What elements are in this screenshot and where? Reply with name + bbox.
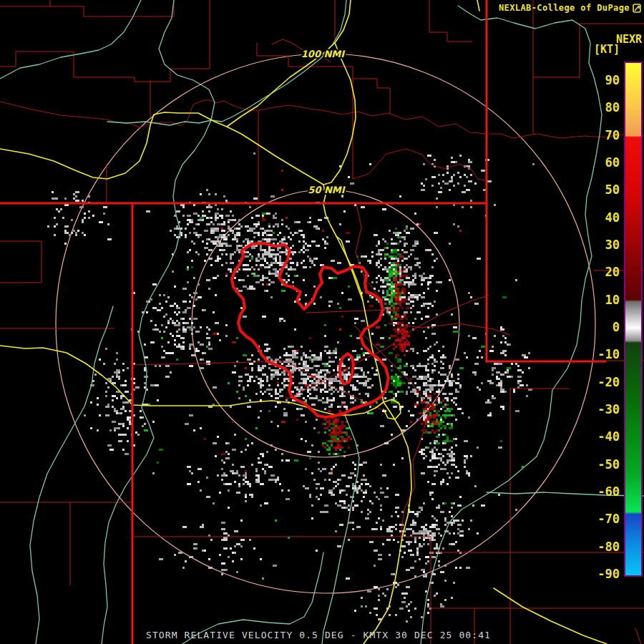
range-ring-labels-layer: 100 NMI50 NMI [301, 49, 346, 195]
county-lines-layer [0, 0, 644, 644]
app-title: NEXLAB-College of DuPage [499, 3, 641, 13]
radar-screen: 100 NMI50 NMI NEXLAB-College of DuPage N… [0, 0, 644, 644]
colorbar-tick: 50 [588, 182, 620, 197]
colorbar-tick: 10 [588, 293, 620, 307]
colorbar-units: [KT] [594, 43, 620, 56]
colorbar-title: NEXR [616, 33, 642, 46]
colorbar-tick: 20 [588, 265, 620, 279]
colorbar-tick: -20 [588, 375, 620, 389]
colorbar-tick: -40 [588, 429, 620, 444]
colorbar-tick: -60 [588, 484, 620, 499]
colorbar-tick: 70 [588, 128, 620, 142]
colorbar-tick: 40 [588, 210, 620, 225]
range-ring-label: 100 NMI [301, 49, 346, 59]
radar-map: 100 NMI50 NMI [0, 0, 644, 644]
colorbar-tick: 80 [588, 100, 620, 114]
colorbar-tick: 0 [588, 320, 620, 334]
status-bar: STORM RELATIVE VELOCITY 0.5 DEG - KMTX 3… [146, 630, 491, 640]
colorbar-tick: -50 [588, 457, 620, 472]
app-title-text: NEXLAB-College of DuPage [499, 3, 630, 13]
colorbar-tick: 30 [588, 238, 620, 252]
highway-lines-layer [0, 0, 607, 644]
colorbar-tick: 90 [588, 73, 620, 87]
state-border-lines-layer [0, 0, 605, 644]
river-lines-layer [0, 0, 644, 644]
range-ring-label: 50 NMI [308, 185, 346, 195]
colorbar-scale [624, 62, 643, 577]
colorbar-tick: 60 [588, 155, 620, 170]
county-wiggly-lines-layer [0, 100, 644, 181]
colorbar-tick: -70 [588, 512, 620, 526]
colorbar-tick: -10 [588, 347, 620, 361]
colorbar-tick: -30 [588, 402, 620, 416]
cod-logo-icon [633, 4, 641, 13]
colorbar-tick: -80 [588, 540, 620, 554]
colorbar-tick: -90 [588, 567, 620, 581]
